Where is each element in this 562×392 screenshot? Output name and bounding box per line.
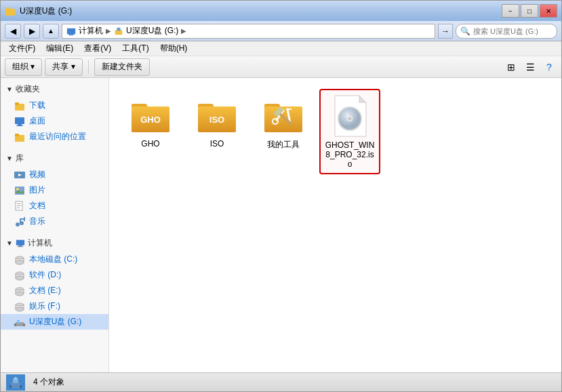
svg-rect-28 xyxy=(18,245,22,246)
music-icon xyxy=(14,216,25,227)
svg-point-16 xyxy=(16,188,19,191)
menu-edit[interactable]: 编辑(E) xyxy=(41,41,79,56)
menu-tools[interactable]: 工具(T) xyxy=(117,41,154,56)
svg-point-63 xyxy=(348,117,351,120)
explorer-window: U深度U盘 (G:) − □ ✕ ◀ ▶ ▲ 计算机 ▶ U深度U盘 (G:) … xyxy=(0,0,562,392)
titlebar-title: U深度U盘 (G:) xyxy=(20,5,72,17)
sidebar-drive-g-label: U深度U盘 (G:) xyxy=(29,316,81,328)
back-button[interactable]: ◀ xyxy=(5,24,21,39)
svg-rect-19 xyxy=(17,203,21,204)
sidebar-computer-section: ▼ 计算机 本地磁盘 (C:) xyxy=(1,235,108,330)
download-icon xyxy=(14,100,25,111)
sidebar-item-drive-f[interactable]: 娱乐 (F:) xyxy=(1,298,108,314)
favorites-label: 收藏夹 xyxy=(16,83,40,95)
minimize-button[interactable]: − xyxy=(502,4,519,18)
help-button[interactable]: ? xyxy=(541,60,557,75)
sidebar-drive-f-label: 娱乐 (F:) xyxy=(29,300,60,312)
sidebar-item-drive-e[interactable]: 文档 (E:) xyxy=(1,283,108,298)
sidebar-item-docs[interactable]: 文档 xyxy=(1,198,108,214)
sidebar-item-recent[interactable]: 最近访问的位置 xyxy=(1,129,108,144)
desktop-icon xyxy=(14,116,25,127)
svg-rect-4 xyxy=(115,30,123,35)
organize-button[interactable]: 组织 ▾ xyxy=(5,58,42,76)
new-folder-label: 新建文件夹 xyxy=(102,61,142,73)
addressbar: ◀ ▶ ▲ 计算机 ▶ U深度U盘 (G:) ▶ → 🔍 xyxy=(1,21,561,41)
usb-icon xyxy=(9,376,22,389)
svg-point-41 xyxy=(16,307,24,311)
toolbar: 组织 ▾ 共享 ▾ 新建文件夹 ⊞ ☰ ? xyxy=(1,56,561,78)
share-label: 共享 ▾ xyxy=(52,61,75,73)
sidebar-item-music[interactable]: 音乐 xyxy=(1,214,108,229)
forward-button[interactable]: ▶ xyxy=(24,24,40,39)
sidebar-library-header[interactable]: ▼ 库 xyxy=(1,150,108,167)
sidebar-favorites-section: ▼ 收藏夹 下载 桌面 xyxy=(1,81,108,144)
search-box[interactable]: 🔍 xyxy=(456,24,557,39)
sidebar-computer-header[interactable]: ▼ 计算机 xyxy=(1,235,108,252)
sidebar-drive-e-label: 文档 (E:) xyxy=(29,285,61,296)
svg-rect-27 xyxy=(16,239,24,245)
library-collapse-icon: ▼ xyxy=(6,155,13,162)
sidebar-item-desktop[interactable]: 桌面 xyxy=(1,113,108,129)
ghost-win8-icon xyxy=(328,94,372,138)
view-toggle-button[interactable]: ⊞ xyxy=(503,60,519,75)
sidebar-favorites-header[interactable]: ▼ 收藏夹 xyxy=(1,81,108,98)
sidebar-item-pictures[interactable]: 图片 xyxy=(1,182,108,198)
file-item-ghost-win8[interactable]: GHOST_WIN8_PRO_32.iso xyxy=(319,89,380,174)
maximize-button[interactable]: □ xyxy=(521,4,538,18)
iso-folder-icon: ISO xyxy=(195,93,239,136)
path-computer-icon xyxy=(66,26,76,36)
sidebar-item-drive-g[interactable]: U深度U盘 (G:) xyxy=(1,314,108,330)
library-label: 库 xyxy=(16,153,24,164)
sidebar-video-label: 视频 xyxy=(29,169,45,180)
svg-rect-15 xyxy=(15,187,24,195)
svg-text:ISO: ISO xyxy=(209,115,224,125)
svg-rect-67 xyxy=(9,385,12,388)
svg-rect-21 xyxy=(17,208,20,208)
sidebar-desktop-label: 桌面 xyxy=(29,115,45,127)
svg-point-32 xyxy=(16,260,24,264)
path-arrow-2: ▶ xyxy=(181,27,186,35)
address-path[interactable]: 计算机 ▶ U深度U盘 (G:) ▶ xyxy=(62,24,435,39)
svg-rect-45 xyxy=(23,324,25,326)
file-item-gho[interactable]: GHO GHO xyxy=(120,89,181,174)
search-input[interactable] xyxy=(473,27,548,35)
menu-file[interactable]: 文件(F) xyxy=(3,41,41,56)
sidebar-item-drive-d[interactable]: 软件 (D:) xyxy=(1,267,108,283)
tools-label: 我的工具 xyxy=(267,139,300,151)
drive-f-icon xyxy=(14,301,25,312)
statusbar: 4 个对象 xyxy=(1,372,561,391)
sidebar-item-video[interactable]: 视频 xyxy=(1,167,108,182)
search-icon: 🔍 xyxy=(460,26,470,36)
favorites-collapse-icon: ▼ xyxy=(6,85,13,93)
sidebar-download-label: 下载 xyxy=(29,100,45,111)
drive-d-icon xyxy=(14,270,25,281)
file-item-iso[interactable]: ISO ISO xyxy=(186,89,247,174)
gho-folder-icon: GHO xyxy=(129,93,172,136)
path-usb-icon xyxy=(114,26,123,36)
ghost-win8-label: GHOST_WIN8_PRO_32.iso xyxy=(325,140,375,169)
file-item-tools[interactable]: 我的工具 xyxy=(253,89,314,174)
address-go-button[interactable]: → xyxy=(438,24,453,39)
sidebar-item-drive-c[interactable]: 本地磁盘 (C:) xyxy=(1,252,108,267)
svg-point-38 xyxy=(16,292,24,296)
sidebar-drive-c-label: 本地磁盘 (C:) xyxy=(29,254,77,265)
usb-status-icon xyxy=(6,374,25,391)
sidebar-item-download[interactable]: 下载 xyxy=(1,98,108,113)
sidebar-pictures-label: 图片 xyxy=(29,184,45,196)
view-details-button[interactable]: ☰ xyxy=(522,60,538,75)
svg-rect-12 xyxy=(15,134,19,136)
up-button[interactable]: ▲ xyxy=(43,24,59,39)
computer-icon xyxy=(16,239,25,248)
svg-rect-26 xyxy=(20,218,25,220)
menu-view[interactable]: 查看(V) xyxy=(79,41,117,56)
toolbar-separator xyxy=(88,60,89,74)
toolbar-right: ⊞ ☰ ? xyxy=(503,60,557,75)
share-button[interactable]: 共享 ▾ xyxy=(45,58,82,76)
computer-collapse-icon: ▼ xyxy=(6,239,13,247)
menu-help[interactable]: 帮助(H) xyxy=(155,41,193,56)
close-button[interactable]: ✕ xyxy=(540,4,557,18)
computer-label: 计算机 xyxy=(28,237,52,249)
svg-rect-66 xyxy=(14,377,17,380)
new-folder-button[interactable]: 新建文件夹 xyxy=(94,58,150,76)
iso-label: ISO xyxy=(210,139,224,149)
